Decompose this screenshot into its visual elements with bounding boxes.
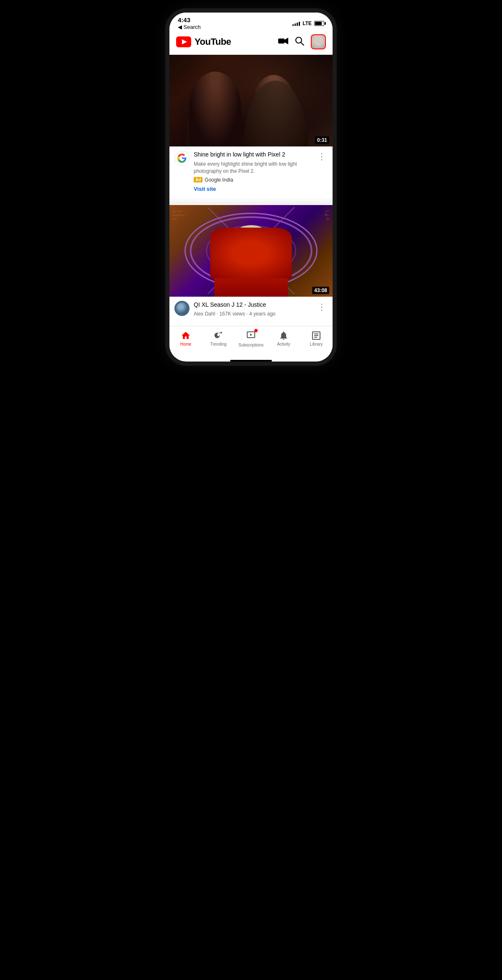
bottom-nav: Home Trending Subscriptions Act [169, 326, 333, 357]
nav-label-activity: Activity [277, 342, 290, 346]
status-back[interactable]: ◀ Search [178, 24, 201, 30]
youtube-logo-icon [176, 36, 191, 47]
battery-fill [315, 22, 322, 25]
nav-item-activity[interactable]: Activity [267, 331, 300, 346]
header-actions [278, 34, 326, 49]
signal-bar-3 [297, 23, 298, 26]
qi-dot-separator-2: · [246, 311, 249, 317]
ad-source: Google India [205, 177, 233, 183]
qi-channel-avatar[interactable] [174, 301, 190, 316]
nav-item-home[interactable]: Home [169, 331, 202, 346]
ad-more-options-icon[interactable]: ⋮ [316, 151, 328, 162]
signal-bar-4 [299, 22, 300, 26]
qi-figure-head [235, 225, 268, 245]
svg-marker-6 [250, 334, 252, 336]
search-icon[interactable] [295, 36, 304, 47]
nav-item-library[interactable]: Library [300, 331, 333, 346]
qi-thumbnail[interactable]: ∑x²+y²=f(x)=ax+b∫dx² x²+∇f=∂y 43:08 [169, 205, 333, 297]
ad-thumbnail-image [169, 55, 333, 146]
qi-view-count: 167K views [219, 311, 245, 317]
phone-frame: 4:43 ◀ Search LTE YouTube [169, 13, 333, 362]
svg-line-5 [301, 43, 304, 46]
svg-marker-3 [284, 38, 288, 44]
qi-video-info: QI XL Season J 12 - Justice Alex Dahl · … [169, 297, 333, 323]
ad-badge: Ad [194, 177, 202, 182]
qi-video-age: 4 years ago [249, 311, 276, 317]
home-indicator [230, 360, 272, 362]
ad-video-meta: Shine bright in low light with Pixel 2 M… [194, 151, 312, 192]
trending-icon [213, 331, 223, 341]
subscriptions-badge [254, 329, 258, 332]
figure-left [189, 72, 241, 147]
ad-badge-row: Ad Google India [194, 177, 312, 183]
qi-duration-badge: 43:08 [312, 287, 329, 294]
nav-label-home: Home [180, 342, 192, 346]
qi-channel-name: Alex Dahl [194, 311, 215, 317]
nav-item-trending[interactable]: Trending [202, 331, 235, 346]
ad-video-title: Shine bright in low light with Pixel 2 [194, 151, 312, 159]
nav-label-subscriptions: Subscriptions [238, 343, 264, 347]
camera-icon[interactable] [278, 37, 288, 46]
qi-figure-body [214, 241, 288, 297]
nav-item-subscriptions[interactable]: Subscriptions [235, 330, 267, 347]
signal-bar-2 [295, 23, 296, 26]
status-right: LTE [292, 21, 324, 26]
nav-label-library: Library [310, 342, 323, 346]
visit-site-link[interactable]: Visit site [194, 186, 216, 192]
qi-more-options-icon[interactable]: ⋮ [316, 302, 328, 312]
svg-rect-2 [278, 38, 284, 44]
ad-duration-badge: 0:31 [315, 136, 329, 144]
qi-video-title: QI XL Season J 12 - Justice [194, 301, 312, 309]
qi-video-submeta: Alex Dahl · 167K views · 4 years ago [194, 311, 312, 317]
battery-icon [314, 21, 324, 26]
ad-thumbnail[interactable]: 0:31 [169, 55, 333, 146]
ad-video-card: 0:31 Shine bright in low light with Pixe… [169, 55, 333, 198]
signal-bars [292, 21, 300, 26]
qi-bg-text-right: x²+∇f=∂y [297, 210, 329, 221]
figure-right [251, 75, 297, 146]
feed: 0:31 Shine bright in low light with Pixe… [169, 55, 333, 323]
google-avatar[interactable] [174, 151, 190, 166]
logo-area[interactable]: YouTube [176, 36, 231, 47]
qi-circle-inner [206, 226, 296, 276]
app-header: YouTube [169, 31, 333, 55]
status-bar: 4:43 ◀ Search LTE [169, 13, 333, 31]
status-left: 4:43 ◀ Search [178, 17, 201, 30]
nav-label-trending: Trending [210, 342, 226, 346]
signal-bar-1 [292, 24, 294, 26]
qi-thumbnail-image: ∑x²+y²=f(x)=ax+b∫dx² x²+∇f=∂y [169, 205, 333, 297]
account-avatar[interactable] [311, 34, 326, 49]
activity-icon [279, 331, 289, 341]
google-g-logo [177, 154, 187, 163]
qi-video-card: ∑x²+y²=f(x)=ax+b∫dx² x²+∇f=∂y 43:08 QI X… [169, 205, 333, 323]
ad-video-info: Shine bright in low light with Pixel 2 M… [169, 146, 333, 198]
home-icon [181, 331, 191, 341]
qi-bg-text-left: ∑x²+y²=f(x)=ax+b∫dx² [173, 210, 214, 221]
avatar-image [312, 35, 325, 49]
status-time: 4:43 [178, 17, 201, 23]
subscriptions-container [246, 330, 256, 341]
lte-label: LTE [302, 21, 312, 26]
feed-divider [169, 202, 333, 205]
ad-description: Make every highlight shine bright with l… [194, 161, 312, 175]
library-icon [311, 331, 321, 341]
qi-video-meta: QI XL Season J 12 - Justice Alex Dahl · … [194, 301, 312, 317]
youtube-title: YouTube [195, 36, 231, 47]
